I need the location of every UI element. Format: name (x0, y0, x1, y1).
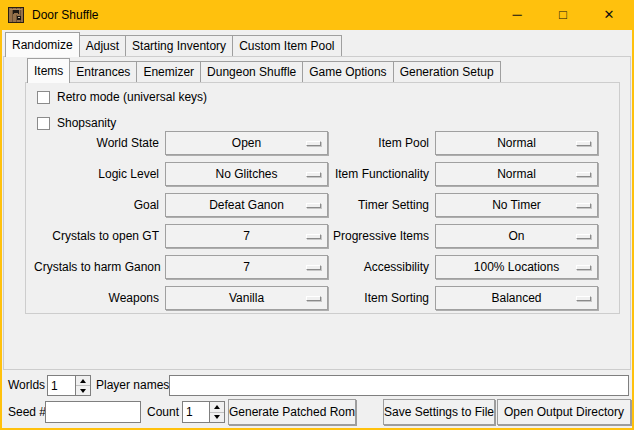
titlebar[interactable]: Door Shuffle ─□✕ (0, 0, 634, 30)
arrow-down-icon (214, 415, 220, 419)
label-crystals-to-open-gt: Crystals to open GT (34, 224, 159, 248)
spin-down-button[interactable] (76, 385, 90, 395)
dropdown-value: No Glitches (166, 163, 327, 185)
arrow-up-icon (214, 405, 220, 409)
dropdown-value: No Timer (436, 194, 597, 216)
settings-row: WeaponsVanillaItem SortingBalanced (26, 286, 619, 310)
dropdown-value: Defeat Ganon (166, 194, 327, 216)
label-world-state: World State (34, 131, 159, 155)
tab-randomize[interactable]: Randomize (5, 32, 80, 57)
menu-indicator-icon (306, 234, 321, 239)
dropdown-world-state[interactable]: Open (165, 131, 328, 155)
checkbox-box-icon[interactable] (37, 91, 50, 104)
dropdown-crystals-to-harm-ganon[interactable]: 7 (165, 255, 328, 279)
worlds-spin-buttons (75, 376, 90, 395)
checkbox-shopsanity[interactable]: Shopsanity (37, 115, 116, 131)
window-title: Door Shuffle (32, 0, 99, 30)
open-output-directory-button[interactable]: Open Output Directory (497, 399, 631, 425)
dropdown-value: Normal (436, 163, 597, 185)
settings-row: Crystals to open GT7Progressive ItemsOn (26, 224, 619, 248)
dropdown-accessibility[interactable]: 100% Locations (435, 255, 598, 279)
label-item-functionality: Item Functionality (328, 162, 429, 186)
dropdown-value: On (436, 225, 597, 247)
menu-indicator-icon (306, 265, 321, 270)
seed-label: Seed # (8, 401, 46, 423)
dropdown-value: Open (166, 132, 327, 154)
dropdown-crystals-to-open-gt[interactable]: 7 (165, 224, 328, 248)
dropdown-progressive-items[interactable]: On (435, 224, 598, 248)
checkbox-label: Shopsanity (57, 116, 116, 130)
dropdown-value: Balanced (436, 287, 597, 309)
dropdown-item-functionality[interactable]: Normal (435, 162, 598, 186)
main-tab-bar: RandomizeAdjustStarting InventoryCustom … (5, 32, 341, 57)
worlds-input[interactable] (48, 376, 75, 395)
arrow-down-icon (80, 389, 86, 393)
label-weapons: Weapons (34, 286, 159, 310)
subtab-dungeon-shuffle[interactable]: Dungeon Shuffle (200, 61, 303, 82)
settings-row: Logic LevelNo GlitchesItem Functionality… (26, 162, 619, 186)
save-settings-button[interactable]: Save Settings to File (383, 399, 495, 425)
menu-indicator-icon (576, 265, 591, 270)
menu-indicator-icon (306, 172, 321, 177)
subtab-enemizer[interactable]: Enemizer (136, 61, 201, 82)
count-input[interactable] (183, 402, 209, 422)
tab-adjust[interactable]: Adjust (79, 35, 126, 56)
subtab-items[interactable]: Items (27, 58, 70, 83)
subtab-game-options[interactable]: Game Options (302, 61, 393, 82)
label-progressive-items: Progressive Items (328, 224, 429, 248)
player-names-label: Player names (96, 374, 169, 396)
spin-up-button[interactable] (76, 376, 90, 385)
subtab-generation-setup[interactable]: Generation Setup (393, 61, 501, 82)
settings-row: Crystals to harm Ganon7Accessibility100%… (26, 255, 619, 279)
label-goal: Goal (34, 193, 159, 217)
player-names-input[interactable] (169, 375, 629, 396)
dropdown-timer-setting[interactable]: No Timer (435, 193, 598, 217)
label-item-sorting: Item Sorting (328, 286, 429, 310)
menu-indicator-icon (576, 172, 591, 177)
dropdown-logic-level[interactable]: No Glitches (165, 162, 328, 186)
count-spinbox (182, 401, 225, 423)
seed-input[interactable] (45, 401, 141, 423)
label-timer-setting: Timer Setting (328, 193, 429, 217)
generate-rom-button[interactable]: Generate Patched Rom (228, 399, 356, 425)
settings-row: GoalDefeat GanonTimer SettingNo Timer (26, 193, 619, 217)
menu-indicator-icon (576, 141, 591, 146)
door-icon (8, 7, 24, 23)
dropdown-value: 7 (166, 225, 327, 247)
minimize-button[interactable]: ─ (494, 0, 540, 29)
menu-indicator-icon (306, 141, 321, 146)
close-button[interactable]: ✕ (586, 0, 632, 29)
dropdown-goal[interactable]: Defeat Ganon (165, 193, 328, 217)
label-crystals-to-harm-ganon: Crystals to harm Ganon (34, 255, 159, 279)
dropdown-value: 7 (166, 256, 327, 278)
arrow-up-icon (80, 379, 86, 383)
settings-row: World StateOpenItem PoolNormal (26, 131, 619, 155)
menu-indicator-icon (576, 234, 591, 239)
tab-custom-item-pool[interactable]: Custom Item Pool (232, 35, 341, 56)
label-item-pool: Item Pool (328, 131, 429, 155)
menu-indicator-icon (306, 296, 321, 301)
menu-indicator-icon (306, 203, 321, 208)
dropdown-weapons[interactable]: Vanilla (165, 286, 328, 310)
dropdown-value: 100% Locations (436, 256, 597, 278)
maximize-button[interactable]: □ (540, 0, 586, 29)
window-controls: ─□✕ (494, 0, 632, 30)
checkbox-retro-mode-universal-keys[interactable]: Retro mode (universal keys) (37, 89, 207, 105)
spin-up-button[interactable] (210, 402, 224, 412)
count-spin-buttons (209, 402, 224, 422)
dropdown-item-pool[interactable]: Normal (435, 131, 598, 155)
label-accessibility: Accessibility (328, 255, 429, 279)
checkbox-box-icon[interactable] (37, 117, 50, 130)
subtab-entrances[interactable]: Entrances (69, 61, 137, 82)
worlds-label: Worlds (8, 374, 45, 396)
worlds-spinbox (47, 375, 91, 396)
tab-starting-inventory[interactable]: Starting Inventory (125, 35, 233, 56)
checkbox-label: Retro mode (universal keys) (57, 90, 207, 104)
dropdown-value: Normal (436, 132, 597, 154)
spin-down-button[interactable] (210, 412, 224, 423)
dropdown-item-sorting[interactable]: Balanced (435, 286, 598, 310)
app-window: Door Shuffle ─□✕ RandomizeAdjustStarting… (0, 0, 634, 430)
dropdown-value: Vanilla (166, 287, 327, 309)
label-logic-level: Logic Level (34, 162, 159, 186)
count-label: Count (147, 401, 179, 423)
